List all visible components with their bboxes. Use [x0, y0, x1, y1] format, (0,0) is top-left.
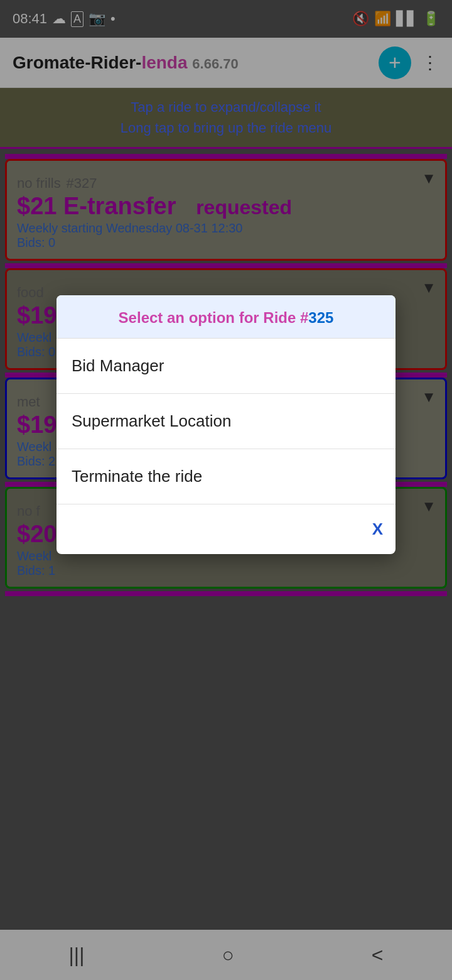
- modal-title-prefix: Select an option for Ride #: [119, 309, 309, 326]
- modal-close-area: X: [56, 504, 396, 554]
- bid-manager-label: Bid Manager: [72, 356, 164, 375]
- terminate-ride-label: Terminate the ride: [72, 467, 202, 486]
- modal-header: Select an option for Ride #325: [56, 295, 396, 339]
- option-supermarket-location[interactable]: Supermarket Location: [56, 394, 396, 449]
- supermarket-location-label: Supermarket Location: [72, 411, 231, 430]
- modal-title: Select an option for Ride #325: [119, 309, 334, 326]
- ride-options-modal: Select an option for Ride #325 Bid Manag…: [56, 295, 396, 554]
- modal-ride-number: 325: [308, 309, 333, 326]
- modal-close-button[interactable]: X: [372, 520, 383, 538]
- option-bid-manager[interactable]: Bid Manager: [56, 339, 396, 394]
- option-terminate-ride[interactable]: Terminate the ride: [56, 449, 396, 504]
